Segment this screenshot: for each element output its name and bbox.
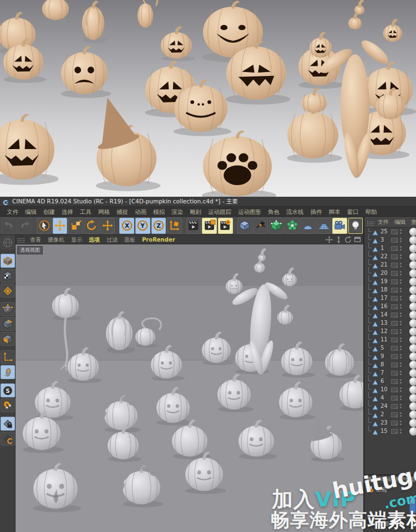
- menu-item-18[interactable]: 帮助: [362, 207, 381, 217]
- layer-toggle-icon[interactable]: [391, 271, 398, 276]
- material-sphere-icon[interactable]: [409, 253, 416, 261]
- layer-toggle-icon[interactable]: [391, 421, 398, 426]
- object-row[interactable]: 10: [364, 386, 416, 394]
- viewport-menu-2[interactable]: 显示: [68, 235, 85, 244]
- menu-item-8[interactable]: 模拟: [150, 207, 168, 217]
- material-sphere-icon[interactable]: [409, 336, 416, 344]
- menu-item-16[interactable]: 脚本: [326, 207, 344, 217]
- object-row[interactable]: 17: [364, 294, 416, 303]
- object-row[interactable]: 3: [364, 236, 416, 244]
- layer-toggle-icon[interactable]: [391, 387, 398, 392]
- viewport-menu-5[interactable]: 面板: [121, 235, 139, 244]
- object-row[interactable]: 12: [364, 328, 416, 336]
- attribute-tab-project[interactable]: 工程: [364, 484, 416, 495]
- layer-toggle-icon[interactable]: [391, 337, 398, 342]
- layer-toggle-icon[interactable]: [391, 321, 398, 326]
- menu-item-15[interactable]: 插件: [307, 207, 326, 217]
- object-row[interactable]: 15: [364, 427, 416, 436]
- axis-mode-button[interactable]: [1, 350, 15, 364]
- layer-toggle-icon[interactable]: [391, 429, 398, 434]
- rotate-view-icon[interactable]: [344, 236, 352, 244]
- menu-item-12[interactable]: 运动图形: [235, 207, 265, 217]
- visibility-dots-icon[interactable]: [400, 304, 402, 309]
- make-editable-button[interactable]: [1, 236, 15, 249]
- object-row[interactable]: 14: [364, 311, 416, 319]
- light-button[interactable]: [348, 218, 363, 234]
- polygons-mode-button[interactable]: [1, 332, 15, 346]
- visibility-dots-icon[interactable]: [400, 329, 402, 334]
- material-sphere-icon[interactable]: [409, 244, 416, 253]
- coord-system-button[interactable]: [167, 218, 182, 234]
- material-sphere-icon[interactable]: [409, 411, 416, 419]
- visibility-dots-icon[interactable]: [400, 229, 402, 234]
- material-sphere-icon[interactable]: [409, 344, 416, 352]
- visibility-dots-icon[interactable]: [400, 296, 402, 301]
- camera-button[interactable]: [332, 218, 347, 234]
- workplane-lock-button[interactable]: [1, 417, 15, 431]
- snap-button[interactable]: S: [1, 383, 15, 397]
- texture-mode-button[interactable]: [1, 269, 15, 283]
- visibility-dots-icon[interactable]: [400, 337, 402, 342]
- primitive-cube-button[interactable]: [237, 218, 252, 234]
- axis-x-button[interactable]: X: [119, 218, 134, 234]
- palette-handle-icon[interactable]: [17, 236, 25, 243]
- object-row[interactable]: 4: [364, 394, 416, 402]
- workplane-button[interactable]: [1, 284, 15, 298]
- layer-toggle-icon[interactable]: [391, 288, 398, 293]
- layer-toggle-icon[interactable]: [391, 254, 398, 259]
- render-picture-button[interactable]: [202, 218, 217, 234]
- floor-button[interactable]: [317, 218, 332, 234]
- menu-item-11[interactable]: 运动跟踪: [205, 207, 235, 217]
- visibility-dots-icon[interactable]: [400, 321, 402, 326]
- visibility-dots-icon[interactable]: [400, 271, 402, 276]
- material-sphere-icon[interactable]: [409, 228, 416, 236]
- menu-item-1[interactable]: 编辑: [22, 207, 40, 217]
- menu-item-6[interactable]: 捕捉: [113, 207, 131, 217]
- object-row[interactable]: 23: [364, 419, 416, 427]
- visibility-dots-icon[interactable]: [400, 246, 402, 251]
- layer-toggle-icon[interactable]: [391, 354, 398, 359]
- visibility-dots-icon[interactable]: [400, 412, 402, 417]
- object-row[interactable]: 5: [364, 344, 416, 352]
- render-view-button[interactable]: [186, 218, 201, 234]
- material-sphere-icon[interactable]: [409, 394, 416, 402]
- menu-item-9[interactable]: 渲染: [168, 207, 186, 217]
- live-selection-button[interactable]: [37, 218, 52, 234]
- attribute-side-button[interactable]: 用: [409, 497, 416, 513]
- menu-item-10[interactable]: 雕刻: [186, 207, 205, 217]
- scale-button[interactable]: [68, 218, 83, 234]
- visibility-dots-icon[interactable]: [400, 379, 402, 384]
- pen-button[interactable]: [253, 218, 268, 234]
- viewport-menu-3[interactable]: 选项: [85, 235, 103, 244]
- object-row[interactable]: 2: [364, 411, 416, 419]
- menu-item-17[interactable]: 窗口: [344, 207, 362, 217]
- attribute-menu-0[interactable]: 模式: [364, 476, 379, 483]
- maximize-icon[interactable]: [353, 236, 362, 244]
- rotate-button[interactable]: [84, 218, 99, 234]
- visibility-dots-icon[interactable]: [400, 362, 402, 367]
- material-sphere-icon[interactable]: [409, 377, 416, 386]
- layer-toggle-icon[interactable]: [391, 313, 398, 318]
- menu-item-7[interactable]: 动画: [131, 207, 150, 217]
- visibility-dots-icon[interactable]: [400, 396, 402, 401]
- layer-toggle-icon[interactable]: [391, 296, 398, 301]
- menu-item-0[interactable]: 文件: [3, 207, 22, 217]
- layer-toggle-icon[interactable]: [391, 329, 398, 334]
- axis-y-button[interactable]: Y: [135, 218, 150, 234]
- visibility-dots-icon[interactable]: [400, 288, 402, 293]
- object-manager-menu-0[interactable]: 文件: [375, 218, 392, 226]
- menu-item-14[interactable]: 流水线: [283, 207, 307, 217]
- material-sphere-icon[interactable]: [409, 269, 416, 278]
- object-row[interactable]: 24: [364, 402, 416, 411]
- object-row[interactable]: 7: [364, 369, 416, 377]
- material-sphere-icon[interactable]: [409, 303, 416, 311]
- edges-mode-button[interactable]: [1, 317, 15, 331]
- object-row[interactable]: 6: [364, 377, 416, 386]
- material-sphere-icon[interactable]: [409, 261, 416, 269]
- viewport[interactable]: 透视视图: [16, 244, 363, 532]
- material-sphere-icon[interactable]: [409, 352, 416, 361]
- material-sphere-icon[interactable]: [409, 386, 416, 394]
- object-row[interactable]: 8: [364, 361, 416, 369]
- material-sphere-icon[interactable]: [409, 419, 416, 427]
- object-row[interactable]: 25: [364, 228, 416, 236]
